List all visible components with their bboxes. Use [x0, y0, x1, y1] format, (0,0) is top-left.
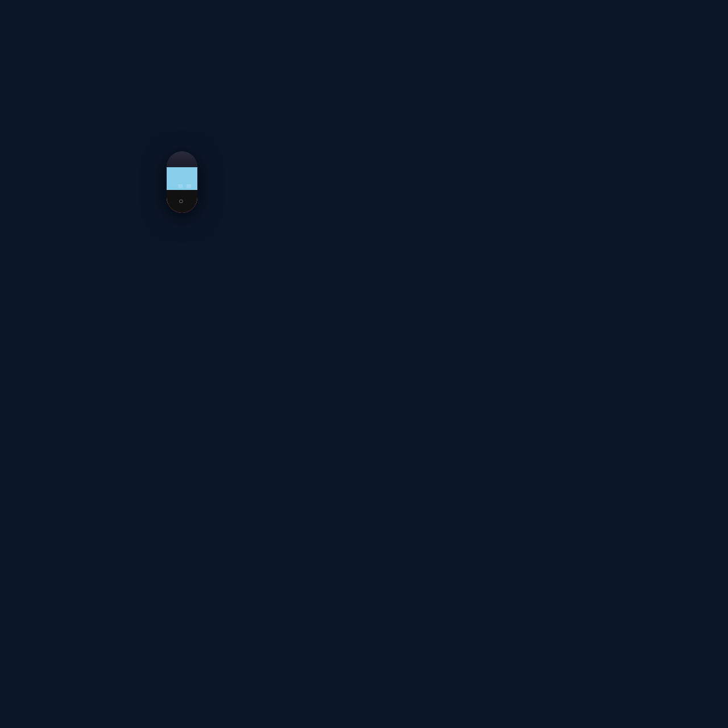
phone3-container: App Shortcuts ✏ — [0, 364, 364, 728]
svg-rect-1 — [187, 184, 191, 188]
phone1-container: Travel around the world 00:15 02:23 ‹ ○ … — [0, 0, 364, 364]
home-button[interactable]: ○ — [179, 197, 183, 206]
nav-bar-1: ‹ ○ □ — [167, 190, 197, 213]
phone4-container: ✕ ⏸ — [364, 364, 728, 728]
hinge-bar — [167, 151, 197, 167]
phone2-container: Wallet — [364, 0, 728, 364]
phone1-frame: Travel around the world 00:15 02:23 ‹ ○ … — [167, 151, 197, 213]
svg-rect-0 — [178, 184, 183, 188]
